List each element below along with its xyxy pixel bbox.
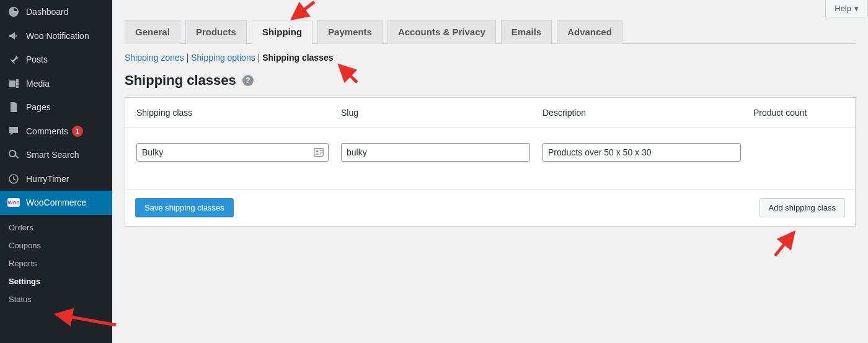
svg-text:Woo: Woo (7, 199, 20, 206)
sidebar-item-label: Smart Search (26, 150, 79, 160)
sidebar-item-label: WooCommerce (26, 198, 86, 207)
sidebar-item-label: Media (26, 79, 50, 89)
tab-products[interactable]: Products (185, 20, 247, 44)
sidebar-item-label: Dashboard (26, 7, 69, 17)
submenu-item-coupons[interactable]: Coupons (0, 237, 112, 254)
save-shipping-classes-button[interactable]: Save shipping classes (135, 198, 234, 217)
subnav-shipping-classes: Shipping classes (262, 53, 333, 63)
comments-count-badge: 1 (72, 126, 83, 137)
col-header-slug: Slug (335, 108, 536, 118)
megaphone-icon (7, 30, 20, 42)
sidebar-item-label: Pages (26, 102, 51, 112)
col-header-description: Description (536, 108, 747, 118)
sidebar-item-comments[interactable]: Comments 1 (0, 119, 112, 144)
shipping-class-product-count (747, 143, 850, 162)
tab-advanced[interactable]: Advanced (557, 20, 622, 44)
help-tip-icon[interactable]: ? (242, 75, 254, 86)
dashboard-icon (7, 6, 20, 18)
submenu-item-orders[interactable]: Orders (0, 219, 112, 237)
woo-icon: Woo (7, 196, 20, 209)
shipping-class-description-input[interactable] (542, 143, 741, 162)
sidebar-item-label: Posts (26, 54, 48, 64)
submenu-item-reports[interactable]: Reports (0, 254, 112, 272)
subnav-shipping-options[interactable]: Shipping options (191, 53, 255, 63)
submenu-item-settings[interactable]: Settings (0, 272, 112, 290)
submenu-item-status[interactable]: Status (0, 290, 112, 308)
settings-tabs: General Products Shipping Payments Accou… (125, 20, 856, 44)
tab-accounts-privacy[interactable]: Accounts & Privacy (388, 20, 496, 44)
chevron-down-icon: ▾ (854, 4, 859, 13)
tab-general[interactable]: General (125, 20, 180, 44)
shipping-class-name-input[interactable] (136, 143, 329, 162)
sidebar-item-dashboard[interactable]: Dashboard (0, 0, 112, 24)
sidebar-item-woocommerce[interactable]: Woo WooCommerce (0, 191, 112, 215)
woocommerce-submenu: Orders Coupons Reports Settings Status (0, 215, 112, 313)
subnav-shipping-zones[interactable]: Shipping zones (125, 53, 184, 63)
tab-payments[interactable]: Payments (317, 20, 383, 44)
sidebar-item-hurrytimer[interactable]: HurryTimer (0, 167, 112, 191)
comment-icon (7, 125, 20, 137)
main-content: Help ▾ General Products Shipping Payment… (112, 0, 868, 343)
col-header-product-count: Product count (747, 108, 850, 118)
admin-sidebar: Dashboard Woo Notification Posts Media P… (0, 0, 112, 343)
separator: | (258, 53, 263, 63)
pin-icon (7, 53, 20, 66)
sidebar-item-woo-notification[interactable]: Woo Notification (0, 24, 112, 48)
sidebar-item-label: Comments (26, 126, 68, 136)
table-row (125, 128, 855, 189)
autofill-icon (312, 146, 325, 158)
page-heading: Shipping classes ? (125, 67, 856, 97)
sidebar-item-label: HurryTimer (26, 174, 69, 184)
table-footer: Save shipping classes Add shipping class (125, 189, 855, 226)
page-title: Shipping classes (125, 72, 236, 89)
help-toggle[interactable]: Help ▾ (825, 0, 868, 17)
table-header-row: Shipping class Slug Description Product … (125, 98, 855, 128)
media-icon (7, 77, 20, 90)
sidebar-item-posts[interactable]: Posts (0, 48, 112, 72)
sidebar-item-smart-search[interactable]: Smart Search (0, 143, 112, 167)
sidebar-item-label: Woo Notification (26, 31, 89, 41)
shipping-subnav: Shipping zones | Shipping options | Ship… (125, 44, 856, 67)
shipping-classes-table: Shipping class Slug Description Product … (125, 97, 856, 227)
search-icon (7, 149, 20, 161)
sidebar-item-pages[interactable]: Pages (0, 95, 112, 119)
shipping-class-slug-input[interactable] (341, 143, 530, 162)
col-header-class: Shipping class (130, 108, 335, 118)
svg-point-4 (316, 150, 319, 152)
tab-emails[interactable]: Emails (501, 20, 552, 44)
clock-icon (7, 173, 20, 185)
sidebar-item-media[interactable]: Media (0, 72, 112, 96)
add-shipping-class-button[interactable]: Add shipping class (760, 198, 845, 217)
help-label: Help (835, 4, 851, 13)
tab-shipping[interactable]: Shipping (252, 20, 312, 44)
pages-icon (7, 101, 20, 113)
